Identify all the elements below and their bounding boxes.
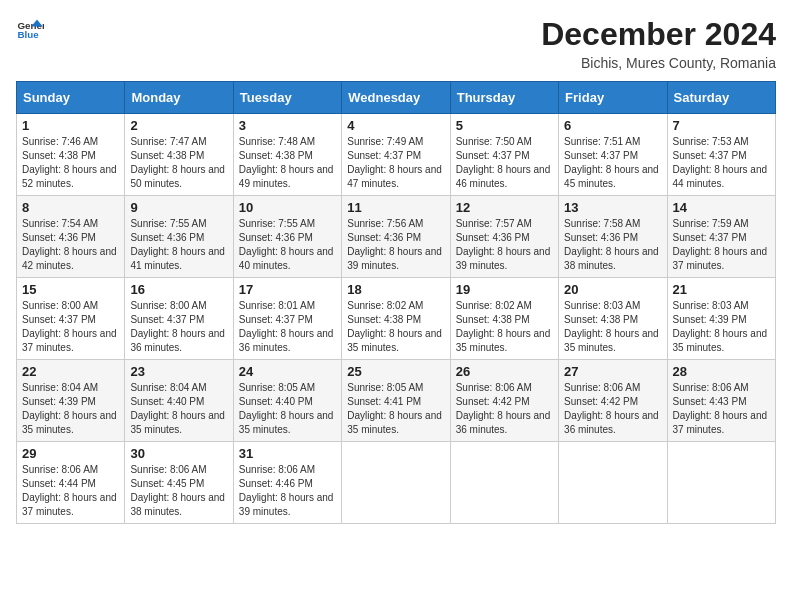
day-info: Sunrise: 8:04 AMSunset: 4:39 PMDaylight:… [22, 381, 119, 437]
day-number: 12 [456, 200, 553, 215]
day-cell: 3 Sunrise: 7:48 AMSunset: 4:38 PMDayligh… [233, 114, 341, 196]
day-cell [667, 442, 775, 524]
day-info: Sunrise: 8:01 AMSunset: 4:37 PMDaylight:… [239, 299, 336, 355]
day-cell: 27 Sunrise: 8:06 AMSunset: 4:42 PMDaylig… [559, 360, 667, 442]
day-number: 28 [673, 364, 770, 379]
day-number: 16 [130, 282, 227, 297]
day-number: 19 [456, 282, 553, 297]
svg-text:Blue: Blue [17, 29, 39, 40]
day-number: 13 [564, 200, 661, 215]
day-number: 10 [239, 200, 336, 215]
day-number: 20 [564, 282, 661, 297]
day-number: 24 [239, 364, 336, 379]
day-number: 14 [673, 200, 770, 215]
day-info: Sunrise: 8:02 AMSunset: 4:38 PMDaylight:… [347, 299, 444, 355]
day-cell: 10 Sunrise: 7:55 AMSunset: 4:36 PMDaylig… [233, 196, 341, 278]
day-cell: 26 Sunrise: 8:06 AMSunset: 4:42 PMDaylig… [450, 360, 558, 442]
day-cell [450, 442, 558, 524]
calendar-table: SundayMondayTuesdayWednesdayThursdayFrid… [16, 81, 776, 524]
col-header-sunday: Sunday [17, 82, 125, 114]
day-number: 2 [130, 118, 227, 133]
day-number: 8 [22, 200, 119, 215]
day-info: Sunrise: 8:06 AMSunset: 4:44 PMDaylight:… [22, 463, 119, 519]
col-header-tuesday: Tuesday [233, 82, 341, 114]
day-info: Sunrise: 7:54 AMSunset: 4:36 PMDaylight:… [22, 217, 119, 273]
week-row-2: 8 Sunrise: 7:54 AMSunset: 4:36 PMDayligh… [17, 196, 776, 278]
day-cell: 8 Sunrise: 7:54 AMSunset: 4:36 PMDayligh… [17, 196, 125, 278]
page-header: General Blue December 2024 Bichis, Mures… [16, 16, 776, 71]
day-info: Sunrise: 8:03 AMSunset: 4:38 PMDaylight:… [564, 299, 661, 355]
day-cell: 19 Sunrise: 8:02 AMSunset: 4:38 PMDaylig… [450, 278, 558, 360]
day-info: Sunrise: 7:46 AMSunset: 4:38 PMDaylight:… [22, 135, 119, 191]
day-info: Sunrise: 8:06 AMSunset: 4:42 PMDaylight:… [456, 381, 553, 437]
day-info: Sunrise: 7:50 AMSunset: 4:37 PMDaylight:… [456, 135, 553, 191]
day-info: Sunrise: 8:03 AMSunset: 4:39 PMDaylight:… [673, 299, 770, 355]
day-cell: 2 Sunrise: 7:47 AMSunset: 4:38 PMDayligh… [125, 114, 233, 196]
day-cell: 7 Sunrise: 7:53 AMSunset: 4:37 PMDayligh… [667, 114, 775, 196]
day-number: 30 [130, 446, 227, 461]
day-number: 29 [22, 446, 119, 461]
week-row-1: 1 Sunrise: 7:46 AMSunset: 4:38 PMDayligh… [17, 114, 776, 196]
day-cell: 31 Sunrise: 8:06 AMSunset: 4:46 PMDaylig… [233, 442, 341, 524]
day-cell: 25 Sunrise: 8:05 AMSunset: 4:41 PMDaylig… [342, 360, 450, 442]
day-cell [559, 442, 667, 524]
day-number: 22 [22, 364, 119, 379]
title-block: December 2024 Bichis, Mures County, Roma… [541, 16, 776, 71]
week-row-3: 15 Sunrise: 8:00 AMSunset: 4:37 PMDaylig… [17, 278, 776, 360]
day-info: Sunrise: 7:47 AMSunset: 4:38 PMDaylight:… [130, 135, 227, 191]
day-number: 15 [22, 282, 119, 297]
day-number: 31 [239, 446, 336, 461]
col-header-thursday: Thursday [450, 82, 558, 114]
col-header-monday: Monday [125, 82, 233, 114]
logo: General Blue [16, 16, 44, 44]
week-row-5: 29 Sunrise: 8:06 AMSunset: 4:44 PMDaylig… [17, 442, 776, 524]
day-number: 25 [347, 364, 444, 379]
day-info: Sunrise: 7:56 AMSunset: 4:36 PMDaylight:… [347, 217, 444, 273]
month-title: December 2024 [541, 16, 776, 53]
day-cell: 16 Sunrise: 8:00 AMSunset: 4:37 PMDaylig… [125, 278, 233, 360]
day-info: Sunrise: 8:02 AMSunset: 4:38 PMDaylight:… [456, 299, 553, 355]
day-cell: 30 Sunrise: 8:06 AMSunset: 4:45 PMDaylig… [125, 442, 233, 524]
day-cell: 17 Sunrise: 8:01 AMSunset: 4:37 PMDaylig… [233, 278, 341, 360]
day-number: 27 [564, 364, 661, 379]
day-info: Sunrise: 8:06 AMSunset: 4:42 PMDaylight:… [564, 381, 661, 437]
day-number: 17 [239, 282, 336, 297]
day-number: 6 [564, 118, 661, 133]
day-info: Sunrise: 7:58 AMSunset: 4:36 PMDaylight:… [564, 217, 661, 273]
day-info: Sunrise: 7:59 AMSunset: 4:37 PMDaylight:… [673, 217, 770, 273]
col-header-saturday: Saturday [667, 82, 775, 114]
location-subtitle: Bichis, Mures County, Romania [541, 55, 776, 71]
day-cell: 14 Sunrise: 7:59 AMSunset: 4:37 PMDaylig… [667, 196, 775, 278]
day-info: Sunrise: 8:06 AMSunset: 4:43 PMDaylight:… [673, 381, 770, 437]
day-number: 1 [22, 118, 119, 133]
day-cell [342, 442, 450, 524]
col-header-wednesday: Wednesday [342, 82, 450, 114]
day-cell: 5 Sunrise: 7:50 AMSunset: 4:37 PMDayligh… [450, 114, 558, 196]
day-info: Sunrise: 8:00 AMSunset: 4:37 PMDaylight:… [130, 299, 227, 355]
day-cell: 15 Sunrise: 8:00 AMSunset: 4:37 PMDaylig… [17, 278, 125, 360]
day-cell: 23 Sunrise: 8:04 AMSunset: 4:40 PMDaylig… [125, 360, 233, 442]
day-info: Sunrise: 7:55 AMSunset: 4:36 PMDaylight:… [239, 217, 336, 273]
day-cell: 24 Sunrise: 8:05 AMSunset: 4:40 PMDaylig… [233, 360, 341, 442]
day-cell: 22 Sunrise: 8:04 AMSunset: 4:39 PMDaylig… [17, 360, 125, 442]
day-info: Sunrise: 7:51 AMSunset: 4:37 PMDaylight:… [564, 135, 661, 191]
day-info: Sunrise: 8:05 AMSunset: 4:41 PMDaylight:… [347, 381, 444, 437]
day-cell: 12 Sunrise: 7:57 AMSunset: 4:36 PMDaylig… [450, 196, 558, 278]
day-info: Sunrise: 8:04 AMSunset: 4:40 PMDaylight:… [130, 381, 227, 437]
day-cell: 28 Sunrise: 8:06 AMSunset: 4:43 PMDaylig… [667, 360, 775, 442]
day-cell: 9 Sunrise: 7:55 AMSunset: 4:36 PMDayligh… [125, 196, 233, 278]
day-info: Sunrise: 8:06 AMSunset: 4:45 PMDaylight:… [130, 463, 227, 519]
day-info: Sunrise: 7:53 AMSunset: 4:37 PMDaylight:… [673, 135, 770, 191]
col-header-friday: Friday [559, 82, 667, 114]
day-info: Sunrise: 8:05 AMSunset: 4:40 PMDaylight:… [239, 381, 336, 437]
day-cell: 18 Sunrise: 8:02 AMSunset: 4:38 PMDaylig… [342, 278, 450, 360]
days-header-row: SundayMondayTuesdayWednesdayThursdayFrid… [17, 82, 776, 114]
day-cell: 11 Sunrise: 7:56 AMSunset: 4:36 PMDaylig… [342, 196, 450, 278]
logo-icon: General Blue [16, 16, 44, 44]
day-info: Sunrise: 8:00 AMSunset: 4:37 PMDaylight:… [22, 299, 119, 355]
day-number: 4 [347, 118, 444, 133]
day-cell: 4 Sunrise: 7:49 AMSunset: 4:37 PMDayligh… [342, 114, 450, 196]
day-number: 5 [456, 118, 553, 133]
day-number: 18 [347, 282, 444, 297]
day-number: 9 [130, 200, 227, 215]
